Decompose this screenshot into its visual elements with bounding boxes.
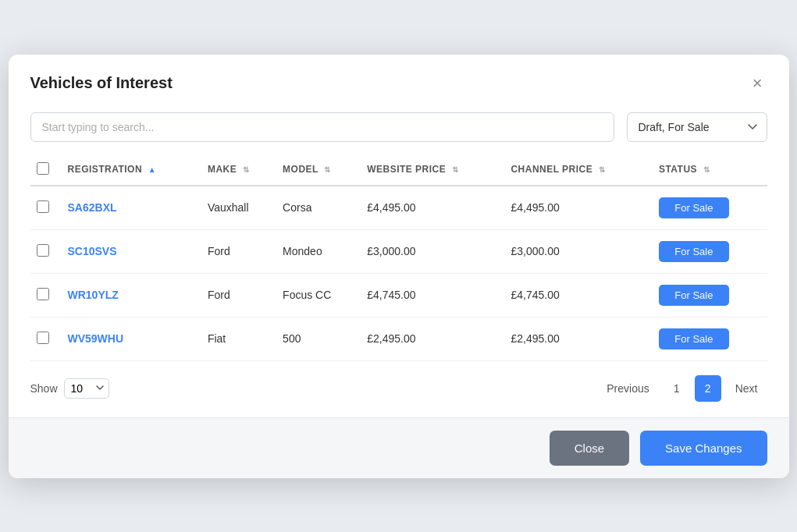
col-registration[interactable]: REGISTRATION ▲ [62, 154, 201, 186]
row-channel-price: £3,000.00 [504, 229, 652, 273]
row-website-price: £3,000.00 [361, 229, 504, 273]
col-website-price[interactable]: WEBSITE PRICE ⇅ [361, 154, 504, 186]
status-badge-2: For Sale [659, 285, 729, 306]
row-make: Fiat [201, 317, 276, 360]
row-status: For Sale [653, 229, 767, 273]
search-input[interactable] [30, 112, 614, 142]
modal-overlay: Vehicles of Interest × Draft, For SaleFo… [0, 0, 797, 532]
row-model: Focus CC [276, 273, 361, 317]
row-channel-price: £4,495.00 [504, 186, 652, 230]
sort-icon-website-price: ⇅ [452, 165, 458, 174]
page-1-button[interactable]: 1 [664, 375, 690, 402]
table-row: WR10YLZ Ford Focus CC £4,745.00 £4,745.0… [30, 273, 767, 317]
row-checkbox-cell [30, 229, 62, 273]
col-make[interactable]: MAKE ⇅ [201, 154, 276, 186]
close-button[interactable]: Close [550, 431, 629, 466]
row-registration: WV59WHU [62, 317, 201, 360]
status-badge-1: For Sale [659, 241, 729, 262]
previous-button[interactable]: Previous [597, 378, 658, 399]
show-select[interactable]: 10 25 50 100 [64, 378, 109, 399]
table-body: SA62BXL Vauxhall Corsa £4,495.00 £4,495.… [30, 186, 767, 361]
table-row: SC10SVS Ford Mondeo £3,000.00 £3,000.00 … [30, 229, 767, 273]
registration-link-2[interactable]: WR10YLZ [68, 289, 119, 301]
row-status: For Sale [653, 273, 767, 317]
registration-link-1[interactable]: SC10SVS [68, 245, 117, 257]
row-make: Ford [201, 273, 276, 317]
select-all-col [30, 154, 62, 186]
search-row: Draft, For SaleFor SaleDraftSold [9, 106, 789, 154]
table-row: WV59WHU Fiat 500 £2,495.00 £2,495.00 For… [30, 317, 767, 360]
next-button[interactable]: Next [726, 378, 767, 399]
col-model[interactable]: MODEL ⇅ [276, 154, 361, 186]
row-model: 500 [276, 317, 361, 360]
col-channel-price[interactable]: CHANNEL PRICE ⇅ [504, 154, 652, 186]
registration-link-0[interactable]: SA62BXL [68, 201, 117, 214]
row-status: For Sale [653, 317, 767, 360]
row-model: Mondeo [276, 229, 361, 273]
row-checkbox-3[interactable] [37, 332, 49, 344]
table-header-row: REGISTRATION ▲ MAKE ⇅ MODEL ⇅ WEBSITE PR… [30, 154, 767, 186]
save-changes-button[interactable]: Save Changes [640, 431, 767, 466]
row-checkbox-1[interactable] [37, 244, 49, 257]
row-checkbox-cell [30, 273, 62, 317]
row-channel-price: £4,745.00 [504, 273, 652, 317]
sort-icon-model: ⇅ [324, 165, 330, 174]
sort-icon-channel-price: ⇅ [599, 165, 605, 174]
row-checkbox-cell [30, 317, 62, 360]
modal-footer: Close Save Changes [9, 417, 789, 478]
row-checkbox-2[interactable] [37, 288, 49, 300]
modal-title: Vehicles of Interest [30, 74, 173, 92]
registration-link-3[interactable]: WV59WHU [68, 332, 124, 345]
row-status: For Sale [653, 186, 767, 230]
col-status[interactable]: STATUS ⇅ [653, 154, 767, 186]
select-all-checkbox[interactable] [37, 162, 49, 175]
row-registration: SA62BXL [62, 186, 201, 230]
modal: Vehicles of Interest × Draft, For SaleFo… [9, 55, 789, 478]
row-make: Ford [201, 229, 276, 273]
row-registration: WR10YLZ [62, 273, 201, 317]
row-checkbox-cell [30, 186, 62, 230]
table-container: REGISTRATION ▲ MAKE ⇅ MODEL ⇅ WEBSITE PR… [9, 154, 789, 361]
row-website-price: £4,745.00 [361, 273, 504, 317]
show-label: Show [30, 382, 58, 395]
row-channel-price: £2,495.00 [504, 317, 652, 360]
pagination-row: Show 10 25 50 100 Previous 1 2 Next [9, 361, 789, 417]
row-make: Vauxhall [201, 186, 276, 230]
row-website-price: £4,495.00 [361, 186, 504, 230]
sort-icon-status: ⇅ [703, 165, 710, 174]
table-row: SA62BXL Vauxhall Corsa £4,495.00 £4,495.… [30, 186, 767, 230]
status-badge-3: For Sale [659, 328, 729, 349]
row-registration: SC10SVS [62, 229, 201, 273]
row-website-price: £2,495.00 [361, 317, 504, 360]
close-icon[interactable]: × [748, 73, 767, 94]
filter-select[interactable]: Draft, For SaleFor SaleDraftSold [627, 112, 767, 142]
sort-icon-make: ⇅ [243, 165, 249, 174]
row-checkbox-0[interactable] [37, 200, 49, 213]
row-model: Corsa [276, 186, 361, 230]
status-badge-0: For Sale [659, 197, 729, 218]
sort-up-icon: ▲ [148, 165, 156, 174]
show-row: Show 10 25 50 100 [30, 378, 109, 399]
vehicles-table: REGISTRATION ▲ MAKE ⇅ MODEL ⇅ WEBSITE PR… [30, 154, 767, 361]
modal-header: Vehicles of Interest × [9, 55, 789, 106]
page-2-button[interactable]: 2 [695, 375, 721, 402]
pagination-controls: Previous 1 2 Next [597, 375, 767, 402]
